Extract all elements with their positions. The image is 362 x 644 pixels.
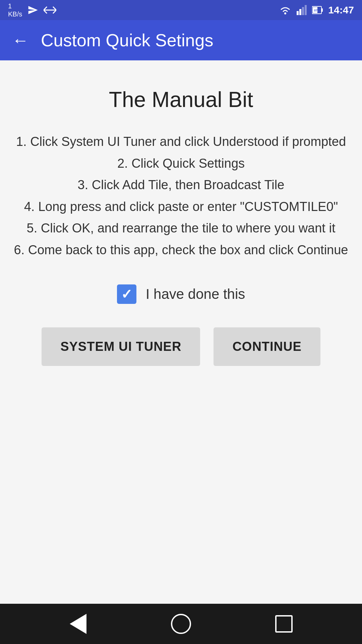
battery-icon: 07 — [312, 5, 323, 15]
system-ui-tuner-button[interactable]: SYSTEM UI TUNER — [42, 327, 200, 366]
checkbox-label: I have done this — [146, 286, 245, 302]
wifi-icon — [279, 5, 291, 15]
recents-square-icon — [275, 615, 293, 633]
instruction-6: 6. Come back to this app, check the box … — [14, 243, 348, 257]
instruction-4: 4. Long press and click paste or enter "… — [24, 200, 338, 214]
instruction-1: 1. Click System UI Tuner and click Under… — [16, 135, 346, 149]
clock: 14:47 — [328, 4, 354, 16]
page-title: The Manual Bit — [109, 87, 253, 112]
home-circle-icon — [171, 614, 191, 634]
svg-rect-3 — [299, 9, 301, 15]
svg-rect-5 — [305, 5, 307, 15]
app-bar: ← Custom Quick Setings — [0, 20, 362, 60]
svg-point-1 — [284, 12, 286, 14]
status-bar: 1KB/s 07 — [0, 0, 362, 20]
back-button[interactable]: ← — [12, 32, 29, 49]
instructions: 1. Click System UI Tuner and click Under… — [13, 131, 349, 261]
svg-rect-2 — [297, 11, 299, 15]
svg-rect-4 — [302, 7, 304, 15]
exchange-icon — [44, 5, 56, 15]
nav-recents-button[interactable] — [270, 610, 297, 637]
signal-icon — [297, 5, 307, 15]
continue-button[interactable]: CONTINUE — [214, 327, 320, 366]
svg-rect-7 — [321, 8, 323, 12]
checkbox-check-icon: ✓ — [121, 287, 132, 301]
nav-back-button[interactable] — [65, 610, 92, 637]
network-speed: 1KB/s — [8, 2, 22, 18]
status-bar-right: 07 14:47 — [279, 4, 354, 16]
instruction-2: 2. Click Quick Settings — [117, 156, 245, 170]
svg-text:07: 07 — [314, 9, 317, 12]
nav-bar — [0, 604, 362, 644]
app-bar-title: Custom Quick Setings — [41, 30, 213, 50]
instruction-3: 3. Click Add Tile, then Broadcast Tile — [78, 178, 285, 192]
buttons-row: SYSTEM UI TUNER CONTINUE — [42, 327, 320, 366]
main-content: The Manual Bit 1. Click System UI Tuner … — [0, 60, 362, 604]
done-checkbox[interactable]: ✓ — [117, 284, 136, 304]
nav-home-button[interactable] — [168, 610, 194, 637]
back-triangle-icon — [70, 614, 86, 634]
send-icon — [27, 5, 38, 15]
instruction-5: 5. Click OK, and rearrange the tile to w… — [27, 221, 336, 235]
checkbox-row: ✓ I have done this — [117, 284, 245, 304]
status-bar-left: 1KB/s — [8, 2, 56, 18]
